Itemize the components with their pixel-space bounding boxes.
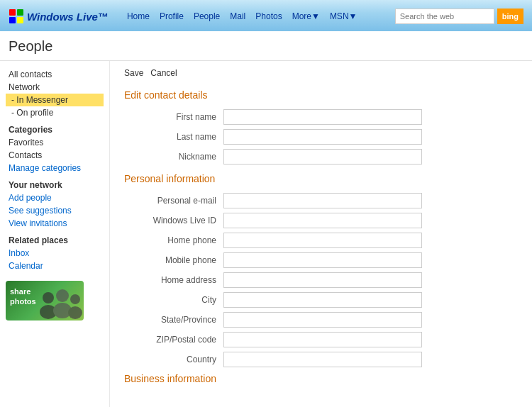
personal-email-row: Personal e-mail (124, 193, 518, 208)
first-name-row: First name (124, 109, 518, 125)
last-name-label: Last name (124, 132, 223, 142)
nav-photos[interactable]: Photos (251, 10, 286, 23)
home-address-input[interactable] (223, 272, 422, 288)
edit-section-title: Edit contact details (124, 89, 518, 101)
last-name-row: Last name (124, 129, 518, 145)
sidebar-in-messenger[interactable]: - In Messenger (6, 94, 104, 106)
action-bar: Save Cancel (124, 68, 518, 78)
cancel-button[interactable]: Cancel (150, 68, 177, 78)
sidebar-all-contacts[interactable]: All contacts (6, 68, 104, 81)
personal-email-input[interactable] (223, 193, 422, 208)
logo-area: Windows Live™ (9, 9, 109, 24)
search-area: bing (395, 9, 523, 24)
bing-search-button[interactable]: bing (497, 9, 523, 24)
sidebar-your-network-title: Your network (6, 174, 104, 191)
save-button[interactable]: Save (124, 68, 143, 78)
state-province-label: State/Province (124, 315, 223, 325)
windows-live-id-label: Windows Live ID (124, 216, 223, 225)
business-section-title: Business information (124, 373, 518, 384)
page-title: People (9, 38, 52, 54)
mobile-phone-label: Mobile phone (124, 255, 223, 265)
personal-section-title: Personal information (124, 173, 518, 184)
sidebar-manage-categories[interactable]: Manage categories (6, 162, 104, 174)
last-name-input[interactable] (223, 129, 422, 145)
nav-mail[interactable]: Mail (226, 10, 250, 23)
city-label: City (124, 295, 223, 305)
nav-msn[interactable]: MSN▼ (326, 10, 362, 23)
first-name-label: First name (124, 112, 223, 122)
page-title-bar: People (0, 31, 532, 61)
banner-image (34, 285, 84, 320)
content: Save Cancel Edit contact details First n… (110, 61, 532, 407)
country-input[interactable] (223, 352, 422, 367)
svg-rect-0 (9, 9, 16, 16)
svg-rect-3 (17, 17, 23, 23)
nav-home[interactable]: Home (123, 10, 154, 23)
main-layout: All contacts Network - In Messenger - On… (0, 61, 532, 407)
svg-point-9 (68, 306, 82, 319)
windows-live-id-input[interactable] (223, 213, 422, 228)
sidebar-inbox[interactable]: Inbox (6, 247, 104, 260)
home-phone-input[interactable] (223, 233, 422, 248)
home-address-label: Home address (124, 275, 223, 285)
home-phone-label: Home phone (124, 235, 223, 245)
home-phone-row: Home phone (124, 233, 518, 248)
mobile-phone-input[interactable] (223, 252, 422, 268)
zip-postal-label: ZIP/Postal code (124, 335, 223, 345)
personal-email-label: Personal e-mail (124, 196, 223, 206)
windows-logo-icon (9, 9, 24, 24)
sidebar-categories-title: Categories (6, 119, 104, 136)
search-input[interactable] (395, 9, 494, 24)
nav-people[interactable]: People (189, 10, 224, 23)
nav-profile[interactable]: Profile (155, 10, 188, 23)
header: Windows Live™ Home Profile People Mail P… (0, 0, 532, 31)
state-province-input[interactable] (223, 312, 422, 328)
sidebar-network[interactable]: Network (6, 81, 104, 94)
logo-text: Windows Live™ (27, 11, 109, 23)
svg-rect-1 (17, 9, 23, 16)
sidebar-view-invitations[interactable]: View invitations (6, 217, 104, 230)
windows-live-id-row: Windows Live ID (124, 213, 518, 228)
svg-point-6 (56, 289, 69, 302)
sidebar-related-places-title: Related places (6, 230, 104, 247)
city-input[interactable] (223, 292, 422, 308)
nickname-label: Nickname (124, 152, 223, 162)
nickname-row: Nickname (124, 149, 518, 165)
nav-more[interactable]: More▼ (288, 10, 324, 23)
svg-point-4 (43, 292, 54, 303)
svg-rect-2 (9, 17, 16, 23)
zip-postal-input[interactable] (223, 332, 422, 347)
first-name-input[interactable] (223, 109, 422, 125)
share-photos-banner[interactable]: share photos (6, 281, 84, 320)
mobile-phone-row: Mobile phone (124, 252, 518, 268)
sidebar-on-profile[interactable]: - On profile (6, 106, 104, 119)
home-address-row: Home address (124, 272, 518, 288)
country-row: Country (124, 352, 518, 367)
sidebar-favorites[interactable]: Favorites (6, 136, 104, 149)
nickname-input[interactable] (223, 149, 422, 165)
share-photos-text: share photos (10, 286, 36, 307)
city-row: City (124, 292, 518, 308)
sidebar-contacts[interactable]: Contacts (6, 149, 104, 162)
state-province-row: State/Province (124, 312, 518, 328)
nav-menu: Home Profile People Mail Photos More▼ MS… (123, 10, 395, 23)
sidebar-see-suggestions[interactable]: See suggestions (6, 204, 104, 217)
sidebar-calendar[interactable]: Calendar (6, 260, 104, 272)
sidebar: All contacts Network - In Messenger - On… (0, 61, 110, 407)
sidebar-add-people[interactable]: Add people (6, 191, 104, 204)
country-label: Country (124, 355, 223, 364)
zip-postal-row: ZIP/Postal code (124, 332, 518, 347)
svg-point-8 (70, 294, 80, 304)
